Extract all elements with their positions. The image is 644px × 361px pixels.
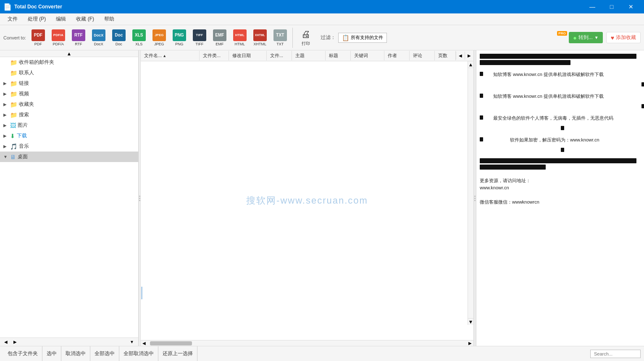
- hscroll-bar[interactable]: ◀ ▶: [141, 340, 473, 346]
- arrow-icon: ▶: [3, 112, 8, 117]
- tree-item-music[interactable]: ▶ 🎵 音乐: [0, 141, 138, 152]
- hscroll-left[interactable]: ◀: [141, 340, 147, 346]
- col-pages[interactable]: 页数: [435, 51, 456, 60]
- hscroll-right[interactable]: ▶: [467, 340, 473, 346]
- tree-item-pics[interactable]: ▶ 🖼 图片: [0, 120, 138, 131]
- tree-item-search[interactable]: ▶ 📁 搜索: [0, 110, 138, 120]
- watermark: 搜软网-www.secruan.com: [246, 194, 368, 207]
- preview-block-bottom: [480, 158, 644, 170]
- title-bar: 📄 Total Doc Converter — □ ✕: [0, 0, 644, 13]
- minimize-button[interactable]: —: [583, 0, 602, 13]
- tree-item-contacts[interactable]: 📁 联系人: [0, 68, 138, 78]
- convert-docx-button[interactable]: DocX DocX: [89, 27, 108, 49]
- close-button[interactable]: ✕: [621, 0, 641, 13]
- convert-xhtml-button[interactable]: XHTML XHTML: [250, 27, 270, 49]
- col-filename[interactable]: 文件名... ▲: [141, 51, 200, 60]
- arrow-icon: ▶: [3, 102, 8, 107]
- hscroll-thumb[interactable]: [150, 341, 192, 345]
- filter-dropdown[interactable]: 📋 所有支持的文件: [338, 33, 387, 43]
- tree-item-label: 视频: [19, 90, 29, 97]
- col-title[interactable]: 标题: [326, 51, 351, 60]
- tree-item-links[interactable]: ▶ 📁 链接: [0, 78, 138, 89]
- music-icon: 🎵: [10, 143, 17, 150]
- preview-block-5: 软件如果加密，解压密码为：www.knowr.cn: [480, 136, 644, 144]
- convert-png-button[interactable]: PNG PNG: [170, 27, 189, 49]
- print-button[interactable]: 🖨 打印: [295, 27, 316, 49]
- filter-label: 过滤：: [321, 34, 336, 41]
- tree-item-dl[interactable]: ▶ ⬇ 下载: [0, 131, 138, 141]
- preview-block-3: 知软博客 www.knowr.cn 提供单机游戏和破解软件下载: [480, 93, 644, 100]
- convert-to-button[interactable]: ● 转到... ▼: [569, 32, 602, 43]
- search-input[interactable]: [590, 350, 641, 358]
- preview-redacted-2: [480, 81, 644, 89]
- tree-item-desktop[interactable]: ▼ 🖥 桌面: [0, 152, 138, 162]
- arrow-icon: ▼: [3, 154, 8, 159]
- tree-item-label: 收藏夹: [19, 101, 34, 108]
- tree-item-label: 图片: [18, 122, 28, 129]
- vscroll-down[interactable]: ▼: [468, 318, 473, 325]
- col-filesize[interactable]: 文件...: [267, 51, 292, 60]
- deselect-all-button[interactable]: 全部取消选中: [119, 346, 158, 361]
- convert-to-label: Convert to:: [3, 35, 26, 40]
- tree-item-label: 链接: [19, 80, 29, 87]
- add-fav-button[interactable]: ♥ 添加收藏: [606, 32, 641, 43]
- tree-scroll-down[interactable]: ▼: [127, 339, 137, 345]
- maximize-button[interactable]: □: [602, 0, 621, 13]
- deselect-button[interactable]: 取消选中: [61, 346, 90, 361]
- tree-item-folder-inbox[interactable]: 📁 收件箱的邮件夹: [0, 57, 138, 68]
- preview-redacted-4: [480, 125, 644, 133]
- preview-block-4: 最安全绿色的软件个人博客，无病毒，无插件，无恶意代码: [480, 115, 644, 122]
- app-title: Total Doc Converter: [14, 4, 62, 10]
- file-area: 搜软网-www.secruan.com: [141, 61, 473, 340]
- select-all-button[interactable]: 全部选中: [90, 346, 119, 361]
- convert-html-button[interactable]: HTML HTML: [230, 27, 250, 49]
- link-icon: 📁: [10, 80, 17, 87]
- restore-selection-button[interactable]: 还原上一选择: [158, 346, 197, 361]
- convert-pdf-button[interactable]: PDF PDF: [29, 27, 48, 49]
- col-author[interactable]: 作者: [384, 51, 410, 60]
- tree-item-video[interactable]: ▶ 📁 视频: [0, 89, 138, 99]
- menu-fav[interactable]: 收藏 (F): [72, 14, 98, 24]
- menu-edit[interactable]: 编辑: [52, 14, 70, 24]
- convert-pdfa-button[interactable]: PDF/A PDF/A: [49, 27, 68, 49]
- preview-block-2: 知软博客 www.knowr.cn 提供单机游戏和破解软件下载: [480, 71, 644, 78]
- right-buttons: PRO ● 转到... ▼ ♥ 添加收藏: [557, 32, 641, 43]
- tree-scroll-up[interactable]: ▲: [0, 50, 138, 57]
- convert-jpeg-button[interactable]: JPEG JPEG: [150, 27, 169, 49]
- col-scroll-right[interactable]: ▶: [465, 52, 473, 60]
- col-comment[interactable]: 评论: [410, 51, 435, 60]
- menu-bar: 文件 处理 (P) 编辑 收藏 (F) 帮助: [0, 13, 644, 25]
- convert-doc-button[interactable]: Doc Doc: [109, 27, 129, 49]
- app-icon: 📄: [3, 3, 12, 11]
- vscroll-up[interactable]: ▲: [468, 61, 473, 68]
- dl-icon: ⬇: [10, 133, 15, 139]
- convert-tiff-button[interactable]: TIFF TIFF: [190, 27, 209, 49]
- tree-arrow-right[interactable]: ▶: [11, 339, 19, 345]
- col-moddate[interactable]: 修改日期: [229, 51, 267, 60]
- select-button[interactable]: 选中: [42, 346, 61, 361]
- tree-item-label: 下载: [17, 132, 27, 139]
- bottom-bar: 包含子文件夹 选中 取消选中 全部选中 全部取消选中 还原上一选择: [0, 346, 644, 361]
- tree-arrow-left[interactable]: ◀: [2, 339, 10, 345]
- col-filetype[interactable]: 文件类...: [200, 51, 229, 60]
- tree-item-fav[interactable]: ▶ 📁 收藏夹: [0, 99, 138, 110]
- preview-panel: 知软博客 www.knowr.cn 提供单机游戏和破解软件下载 知软博客 www…: [476, 50, 644, 346]
- filter-area: 过滤： 📋 所有支持的文件: [321, 33, 387, 43]
- menu-process[interactable]: 处理 (P): [24, 14, 50, 24]
- preview-redacted-3: [480, 103, 644, 111]
- convert-rtf-button[interactable]: RTF RTF: [69, 27, 88, 49]
- menu-file[interactable]: 文件: [3, 14, 22, 24]
- col-subject[interactable]: 主题: [292, 51, 326, 60]
- toolbar: Convert to: PDF PDF PDF/A PDF/A RTF RTF …: [0, 25, 644, 50]
- arrow-icon: ▶: [3, 81, 8, 86]
- include-subfolders-button[interactable]: 包含子文件夹: [3, 346, 42, 361]
- vscroll-bar[interactable]: ▲ ▼: [468, 61, 473, 325]
- convert-xls-button[interactable]: XLS XLS: [129, 27, 149, 49]
- convert-emf-button[interactable]: EMF EMF: [210, 27, 229, 49]
- col-scroll-left[interactable]: ◀: [456, 52, 465, 60]
- preview-wechat: 微信客服微信：wwwknowrcn: [480, 199, 644, 206]
- menu-help[interactable]: 帮助: [100, 14, 118, 24]
- convert-txt-button[interactable]: TXT TXT: [271, 27, 290, 49]
- col-keyword[interactable]: 关键词: [351, 51, 384, 60]
- cursor-indicator: [141, 287, 142, 299]
